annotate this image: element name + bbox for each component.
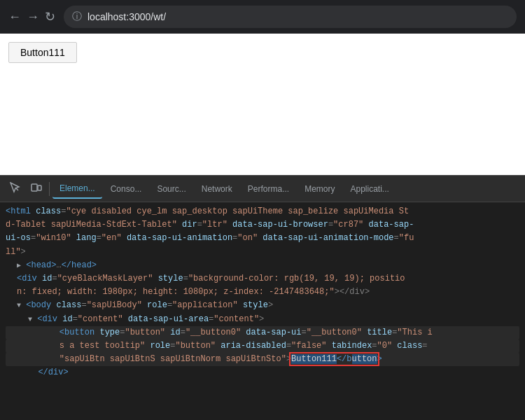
svg-rect-0 — [31, 184, 37, 191]
tab-console[interactable]: Conso... — [104, 180, 149, 198]
devtools-toolbar: Elemen... Conso... Sourc... Network Perf… — [0, 176, 525, 202]
devtools-panel: Elemen... Conso... Sourc... Network Perf… — [0, 175, 525, 420]
tab-application[interactable]: Applicati... — [343, 180, 396, 198]
code-line: ▶ <head>…</head> — [6, 259, 519, 272]
code-line: ll"> — [6, 246, 519, 259]
code-line: ▼ <body class="sapUiBody" role="applicat… — [6, 299, 519, 312]
button111[interactable]: Button111 — [8, 42, 77, 63]
code-line: <button type="button" id="__button0" dat… — [6, 326, 519, 340]
code-line: d-Tablet sapUiMedia-StdExt-Tablet" dir="… — [6, 218, 519, 232]
tab-divider — [49, 182, 50, 196]
page-content: Button111 — [0, 34, 525, 175]
reload-button[interactable]: ↻ — [45, 10, 55, 23]
back-button[interactable]: ← — [8, 10, 21, 23]
inspect-element-button[interactable] — [6, 179, 25, 199]
code-line: s a test tooltip" role="button" aria-dis… — [6, 340, 519, 353]
devtools-content[interactable]: <html class="cye disabled cye_lm sap_des… — [0, 202, 525, 420]
tab-performance[interactable]: Performa... — [241, 180, 296, 198]
code-line: </div> — [6, 366, 519, 379]
code-line-button: "sapUiBtn sapUiBtnS sapUiBtnNorm sapUiBt… — [6, 353, 519, 366]
tab-memory[interactable]: Memory — [298, 180, 342, 198]
tab-sources[interactable]: Sourc... — [150, 180, 192, 198]
code-line: <html class="cye disabled cye_lm sap_des… — [6, 205, 519, 218]
info-icon: ⓘ — [72, 10, 82, 23]
tab-elements[interactable]: Elemen... — [52, 179, 102, 199]
code-line: ui-os="win10" lang="en" data-sap-ui-anim… — [6, 232, 519, 245]
code-line: n: fixed; width: 1980px; height: 1080px;… — [6, 286, 519, 299]
svg-rect-1 — [38, 186, 41, 190]
url-text: localhost:3000/wt/ — [88, 11, 166, 22]
device-toolbar-button[interactable] — [27, 179, 46, 199]
forward-button[interactable]: → — [27, 10, 39, 23]
address-bar[interactable]: ⓘ localhost:3000/wt/ — [64, 6, 517, 28]
code-line: ▼ <div id="content" data-sap-ui-area="co… — [6, 313, 519, 326]
nav-buttons: ← → ↻ — [8, 10, 55, 23]
browser-chrome: ← → ↻ ⓘ localhost:3000/wt/ — [0, 0, 525, 34]
tab-network[interactable]: Network — [195, 180, 239, 198]
code-line: <div id="cyeBlackMaskLayer" style="backg… — [6, 272, 519, 286]
